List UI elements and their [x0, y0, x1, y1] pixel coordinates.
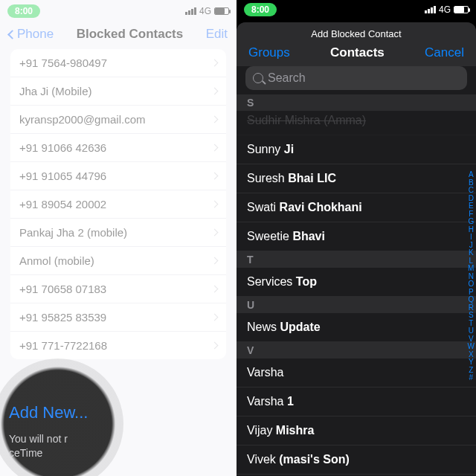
contact-row[interactable]: News Update — [237, 313, 476, 342]
chevron-right-icon — [211, 314, 219, 321]
index-letter[interactable]: O — [468, 280, 475, 289]
blocked-row[interactable]: +91 91065 44796 — [10, 162, 226, 190]
status-icons: 4G — [425, 4, 469, 15]
blocked-row[interactable]: Jha Ji (Mobile) — [10, 77, 226, 106]
chevron-right-icon — [211, 342, 219, 350]
section-header: V — [237, 342, 476, 358]
chevron-right-icon — [211, 88, 219, 95]
chevron-right-icon — [211, 201, 219, 208]
status-icons: 4G — [185, 6, 229, 16]
blocked-row[interactable]: +91 95825 83539 — [10, 303, 226, 332]
chevron-right-icon — [211, 144, 219, 152]
contact-picker-sheet: Add Blocked Contact Groups Contacts Canc… — [237, 22, 476, 476]
contacts-title: Contacts — [330, 45, 385, 60]
blocked-row[interactable]: +91 771-7722168 — [10, 332, 226, 359]
right-screenshot-add-blocked: 8:00 4G Add Blocked Contact Groups Conta… — [237, 0, 476, 476]
search-input[interactable]: Search — [245, 66, 467, 90]
battery-icon — [214, 7, 229, 15]
blocked-row[interactable]: Pankaj Jha 2 (mobile) — [10, 219, 226, 247]
index-letter[interactable]: # — [468, 374, 475, 382]
chevron-right-icon — [211, 229, 219, 237]
cancel-button[interactable]: Cancel — [425, 45, 464, 60]
index-letter[interactable]: G — [468, 218, 475, 226]
index-letter[interactable]: M — [468, 265, 475, 273]
status-bar: 8:00 4G — [237, 0, 476, 19]
index-letter[interactable]: E — [468, 202, 475, 210]
add-new-button[interactable]: Add New... — [9, 403, 123, 422]
section-header: U — [237, 297, 476, 313]
contact-row[interactable]: Varsha 1 — [237, 387, 476, 416]
index-letter[interactable]: Y — [468, 358, 475, 367]
contact-row[interactable]: Vijay Mishra — [237, 416, 476, 446]
spotlight-circle: Add New... You will not r ceTime — [0, 358, 123, 476]
blocked-label: +91 771-7722168 — [19, 339, 107, 352]
nav-bar: Phone Blocked Contacts Edit — [0, 22, 237, 49]
index-letter[interactable]: A — [468, 171, 475, 179]
sheet-title: Add Blocked Contact — [237, 22, 476, 44]
alpha-index[interactable]: ABCDEFGHIJKLMNOPQRSTUVWXYZ# — [468, 171, 475, 382]
blocked-row[interactable]: +91 70658 07183 — [10, 275, 226, 303]
footer-note-line1: You will not r — [9, 433, 123, 446]
signal-icon — [425, 6, 436, 13]
blocked-label: Jha Ji (Mobile) — [19, 85, 92, 97]
chevron-right-icon — [211, 116, 219, 123]
index-letter[interactable]: W — [468, 343, 475, 351]
left-screenshot-blocked-contacts: 8:00 4G Phone Blocked Contacts Edit +91 … — [0, 0, 237, 476]
blocked-row[interactable]: +91 89054 20002 — [10, 190, 226, 219]
chevron-left-icon — [7, 30, 17, 39]
back-label: Phone — [17, 27, 54, 42]
blocked-label: +91 91065 44796 — [19, 170, 106, 182]
chevron-right-icon — [211, 173, 219, 180]
clock-pill: 8:00 — [244, 3, 277, 16]
index-letter[interactable]: C — [468, 187, 475, 195]
blocked-label: Anmol (mobile) — [19, 254, 94, 267]
blocked-list: +91 7564-980497Jha Ji (Mobile)kyransp200… — [10, 49, 226, 359]
blocked-label: +91 91066 42636 — [19, 141, 106, 154]
index-letter[interactable]: S — [468, 312, 475, 320]
blocked-label: +91 95825 83539 — [19, 311, 106, 324]
blocked-label: kyransp2000@gmail.com — [19, 113, 145, 126]
groups-button[interactable]: Groups — [248, 45, 290, 60]
contact-row[interactable]: Swati Ravi Chokhani — [237, 193, 476, 222]
page-title: Blocked Contacts — [77, 27, 184, 42]
blocked-row[interactable]: +91 7564-980497 — [10, 49, 226, 77]
blocked-label: +91 7564-980497 — [19, 57, 107, 69]
blocked-label: +91 70658 07183 — [19, 283, 106, 295]
sheet-header: Groups Contacts Cancel — [237, 44, 476, 66]
contact-row[interactable]: Sunny Ji — [237, 135, 476, 164]
contact-row[interactable]: Services Top — [237, 268, 476, 297]
status-bar: 8:00 4G — [0, 0, 237, 22]
contacts-list[interactable]: SSudhir Mishra (Amma)Sunny JiSuresh Bhai… — [237, 94, 476, 475]
section-header: S — [237, 94, 476, 111]
battery-icon — [454, 6, 469, 13]
contact-row[interactable]: Suresh Bhai LIC — [237, 164, 476, 193]
index-letter[interactable]: U — [468, 327, 475, 335]
blocked-row[interactable]: Anmol (mobile) — [10, 247, 226, 275]
contact-row[interactable]: Varsha — [237, 358, 476, 387]
contact-row[interactable]: Vivek (masi's Son) — [237, 446, 476, 475]
index-letter[interactable]: K — [468, 249, 475, 257]
index-letter[interactable]: I — [468, 234, 475, 242]
network-label: 4G — [439, 4, 451, 15]
blocked-label: +91 89054 20002 — [19, 198, 106, 210]
blocked-row[interactable]: +91 91066 42636 — [10, 134, 226, 162]
chevron-right-icon — [211, 60, 219, 67]
chevron-right-icon — [211, 257, 219, 265]
contact-row[interactable]: Sweetie Bhavi — [237, 222, 476, 251]
edit-button[interactable]: Edit — [206, 27, 228, 42]
signal-icon — [185, 7, 196, 15]
back-button[interactable]: Phone — [9, 27, 54, 42]
clock-pill: 8:00 — [7, 4, 40, 18]
index-letter[interactable]: Q — [468, 296, 475, 304]
blocked-label: Pankaj Jha 2 (mobile) — [19, 226, 127, 239]
blocked-row[interactable]: kyransp2000@gmail.com — [10, 106, 226, 134]
network-label: 4G — [199, 6, 211, 16]
footer-note-line2: ceTime — [9, 447, 123, 460]
chevron-right-icon — [211, 286, 219, 293]
contact-row-partial[interactable]: Sudhir Mishra (Amma) — [237, 111, 476, 135]
search-icon — [253, 73, 263, 83]
search-placeholder: Search — [268, 71, 306, 85]
section-header: T — [237, 251, 476, 268]
